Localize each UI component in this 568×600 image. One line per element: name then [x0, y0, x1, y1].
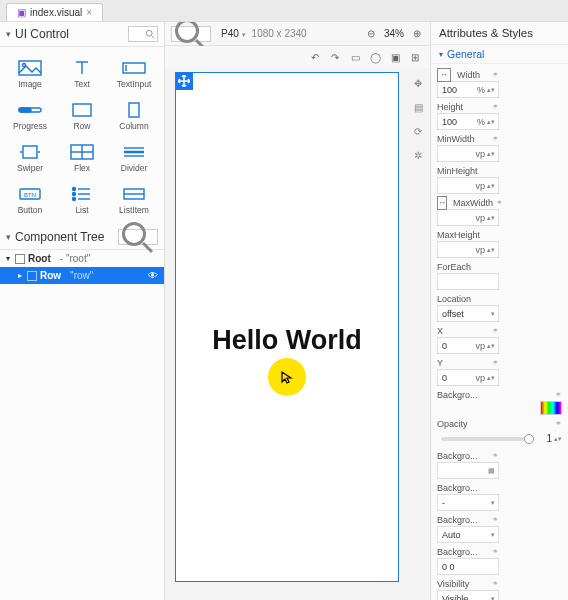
refresh-icon[interactable]: ⟳: [414, 126, 428, 140]
palette-button[interactable]: BTNButton: [4, 179, 56, 221]
tree-row-row[interactable]: ▸ Row "row" 👁: [0, 267, 164, 284]
attributes-panel: Attributes & Styles ▾ General ↔Width⚭100…: [430, 22, 568, 600]
chevron-down-icon: ▾: [439, 50, 443, 59]
palette-flex[interactable]: Flex: [56, 137, 108, 179]
center-panel: P40 ▾ 1080 x 2340 ⊖ 34% ⊕ ↶ ↷ ▭ ◯ ▣ ⊞ He…: [165, 22, 430, 600]
tree-search[interactable]: [118, 229, 158, 245]
svg-point-23: [73, 187, 76, 190]
tree-header[interactable]: ▾ Component Tree: [0, 225, 164, 250]
design-canvas[interactable]: Hello World: [165, 68, 412, 600]
image-icon: ▦: [487, 467, 496, 475]
tab-index-visual[interactable]: ▣ index.visual ×: [6, 3, 103, 21]
width-icon: ↔: [437, 68, 451, 82]
component-palette: Image Text TextInput Progress Row Column…: [0, 47, 164, 221]
height-input[interactable]: 100%▴▾: [437, 113, 499, 130]
search-icon: [145, 29, 155, 39]
left-panel: ▾ UI Control Image Text TextInput Progre…: [0, 22, 165, 600]
x-input[interactable]: 0vp▴▾: [437, 337, 499, 354]
general-section-header[interactable]: ▾ General: [431, 45, 568, 64]
svg-point-33: [177, 22, 198, 41]
svg-rect-10: [73, 104, 91, 116]
svg-point-3: [23, 63, 26, 66]
node-icon: [15, 254, 25, 264]
tab-label: index.visual: [30, 7, 82, 18]
svg-line-1: [152, 36, 155, 39]
rect-tool-icon[interactable]: ▭: [348, 50, 362, 64]
svg-point-31: [124, 224, 145, 245]
opacity-slider[interactable]: [441, 437, 534, 441]
link-icon[interactable]: ⚭: [492, 102, 499, 111]
palette-textinput[interactable]: TextInput: [108, 53, 160, 95]
link-icon[interactable]: ⚭: [492, 70, 499, 79]
palette-divider[interactable]: Divider: [108, 137, 160, 179]
node-name: Root: [28, 253, 51, 264]
dashed-rect-icon[interactable]: ▣: [388, 50, 402, 64]
undo-icon[interactable]: ↶: [308, 50, 322, 64]
svg-rect-2: [19, 61, 41, 75]
palette-row[interactable]: Row: [56, 95, 108, 137]
bgrepeat-select[interactable]: -▾: [437, 494, 499, 511]
minwidth-input[interactable]: vp▴▾: [437, 145, 499, 162]
move-handle[interactable]: [175, 72, 193, 90]
bgcolor-picker[interactable]: [540, 401, 562, 415]
bgimage-input[interactable]: ▦: [437, 462, 499, 479]
settings-icon[interactable]: ✲: [414, 150, 428, 164]
phone-preview[interactable]: Hello World: [175, 72, 399, 582]
component-tree: ▾ Root - "root" ▸ Row "row" 👁: [0, 250, 164, 600]
device-select[interactable]: P40 ▾: [221, 28, 246, 39]
stepper-icon[interactable]: ▴▾: [486, 86, 496, 94]
zoom-out-icon[interactable]: ⊖: [364, 27, 378, 41]
bgpos-input[interactable]: 0 0: [437, 558, 499, 575]
canvas-search[interactable]: [171, 26, 211, 42]
visibility-select[interactable]: Visible▾: [437, 590, 499, 600]
canvas-toolbar: P40 ▾ 1080 x 2340 ⊖ 34% ⊕: [165, 22, 430, 46]
pan-icon[interactable]: ✥: [414, 78, 428, 92]
redo-icon[interactable]: ↷: [328, 50, 342, 64]
move-icon: [178, 75, 190, 87]
resolution-label: 1080 x 2340: [252, 28, 307, 39]
node-alias: - "root": [60, 253, 90, 264]
close-icon[interactable]: ×: [86, 7, 92, 18]
svg-point-0: [146, 30, 152, 36]
tree-title: Component Tree: [15, 230, 104, 244]
zoom-level: 34%: [384, 28, 404, 39]
maxheight-input[interactable]: vp▴▾: [437, 241, 499, 258]
right-rail: ✥ ▤ ⟳ ✲: [412, 68, 430, 600]
palette-listitem[interactable]: ListItem: [108, 179, 160, 221]
circle-tool-icon[interactable]: ◯: [368, 50, 382, 64]
cursor-icon: [280, 370, 294, 384]
tree-row-root[interactable]: ▾ Root - "root": [0, 250, 164, 267]
uicontrol-title: UI Control: [15, 27, 69, 41]
layers-icon[interactable]: ▤: [414, 102, 428, 116]
grid-icon[interactable]: ⊞: [408, 50, 422, 64]
chevron-down-icon: ▾: [6, 29, 11, 39]
zoom-in-icon[interactable]: ⊕: [410, 27, 424, 41]
svg-rect-11: [129, 103, 139, 117]
svg-marker-37: [282, 372, 291, 383]
svg-point-27: [73, 197, 76, 200]
y-input[interactable]: 0vp▴▾: [437, 369, 499, 386]
palette-text[interactable]: Text: [56, 53, 108, 95]
attributes-title: Attributes & Styles: [431, 22, 568, 45]
maxwidth-input[interactable]: vp▴▾: [437, 209, 499, 226]
visibility-icon[interactable]: 👁: [148, 270, 158, 281]
palette-image[interactable]: Image: [4, 53, 56, 95]
location-select[interactable]: offset▾: [437, 305, 499, 322]
hello-world-text[interactable]: Hello World: [176, 325, 398, 356]
svg-text:BTN: BTN: [24, 192, 36, 198]
node-icon: [27, 271, 37, 281]
uicontrol-header[interactable]: ▾ UI Control: [0, 22, 164, 47]
uicontrol-search[interactable]: [128, 26, 158, 42]
minheight-input[interactable]: vp▴▾: [437, 177, 499, 194]
bgsize-select[interactable]: Auto▾: [437, 526, 499, 543]
palette-column[interactable]: Column: [108, 95, 160, 137]
palette-progress[interactable]: Progress: [4, 95, 56, 137]
width-input[interactable]: 100%▴▾: [437, 81, 499, 98]
collapse-icon[interactable]: ▾: [4, 254, 12, 263]
svg-point-25: [73, 192, 76, 195]
foreach-input[interactable]: [437, 273, 499, 290]
palette-swiper[interactable]: Swiper: [4, 137, 56, 179]
palette-list[interactable]: List: [56, 179, 108, 221]
expand-icon[interactable]: ▸: [16, 271, 24, 280]
node-alias: "row": [70, 270, 93, 281]
